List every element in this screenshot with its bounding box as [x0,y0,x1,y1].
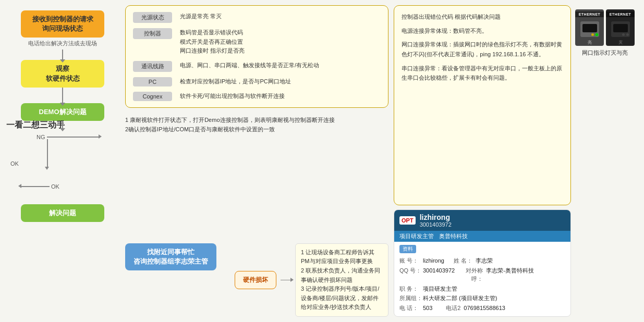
contact-subtitle: 项目研发主管 奥普特科技 [394,231,570,242]
title-value: 项目研发主管 [423,284,457,293]
opt-logo: OPT [399,216,416,225]
external-label: 对外称呼： [455,266,486,283]
contact-card: OPT lizhirong 3001403972 项目研发主管 奥普特科技 资料… [394,209,571,317]
tag-comms: 通讯线路 [133,61,172,72]
contact-name-section: lizhirong 3001403972 [420,213,452,228]
name-label: 姓 名： [444,256,476,265]
contact-row-title: 职 务： 项目研发主管 [399,284,565,293]
consult-line1: 找附近同事帮忙 [147,248,195,256]
hardware-tag: 硬件损坏 [235,271,276,289]
contact-row-qq: QQ 号： 3001403972 对外称呼： 李志荣-奥普特科技 [399,266,565,283]
tag-cognex: Cognex [133,92,172,101]
ctrl-line1: 控制器出现错位代码 根据代码解决问题 [402,12,563,22]
demo-text2: 2确认控制器IP地址/COM口是否与康耐视软件中设置的一致 [125,125,388,134]
resolve-box: 解决问题 [21,204,104,222]
eth-caption: 网口指示灯灭与亮 [582,49,628,57]
external-value: 李志荣-奥普特科技 [486,266,565,283]
account-label: 账 号： [399,256,423,265]
qq-label: QQ 号： [399,266,423,283]
ctrl-line3: 网口连接异常体现：插拔网口时的绿色指示灯不亮，有数据时黄色灯不闪(但不代表正常通… [402,40,563,59]
ethernet-images: ETHERNET 亮 ETHERNET [575,9,635,46]
contact-row-dept: 所属组： 科大研发二部 (项目研发主管) [399,294,565,303]
middle-column: 光源状态 光源是常亮 常灭 控制器 数码管是否显示错误代码 模式开关是否再正确位… [120,5,394,317]
ng-arrow: NG [37,134,99,140]
phone-label: 电 话： [399,304,423,313]
account-value: lizhirong [423,256,444,265]
ng-ok-area: NG OK OK [5,129,120,202]
title-label: 职 务： [399,284,423,293]
left-flowchart: 接收到控制器的请求 询问现场状态 电话给出解决方法或去现场 观察 软硬件状态 一… [5,5,120,317]
box1-line1: 接收到控制器的请求 [32,15,93,23]
tag-lightsource: 光源状态 [133,12,172,23]
phone2-label: 电话2 [432,304,464,313]
ctrl-line2: 电源连接异常体现：数码管不亮。 [402,26,563,36]
box1-line2: 询问现场状态 [42,24,83,32]
contact-row-account: 账 号： lizhirong 姓 名： 李志荣 [399,256,565,265]
contact-username: lizhirong [420,213,452,221]
contact-qq-header: 3001403972 [420,221,452,228]
dept-label: 所属组： [399,294,423,303]
hardware-area: 硬件损坏 1 让现场设备商工程师告诉其PM与对应项目业务同事更换 2 联系技术负… [235,243,388,317]
phone-value: 503 [423,304,432,313]
ethernet-img-bright: ETHERNET 亮 [575,9,604,46]
contact-body: 资料 账 号： lizhirong 姓 名： 李志荣 QQ 号： 3001403… [394,242,570,316]
ethernet-img-dark: ETHERNET 灭 [606,9,635,46]
ctrl-line4: 串口连接异常：看设备管理器中有无对应串口，一般主板上的原生串口会比较稳些，扩展卡… [402,64,563,83]
ethernet-column: ETHERNET 亮 ETHERNET [571,5,639,317]
contact-company: 奥普特科技 [439,232,468,240]
arrow2 [62,88,63,103]
hardware-arrow [281,280,291,281]
v-line [47,139,48,168]
demo-section: 1 康耐视软件打开状态下，打开Demo连接控制器，则表明康耐视与控制器断开连接 … [125,113,388,137]
content-lightsource: 光源是常亮 常灭 [180,12,381,21]
consult-column: 找附近同事帮忙 咨询控制器组李志荣主管 [125,243,216,270]
controller-info-box: 控制器出现错位代码 根据代码解决问题 电源连接异常体现：数码管不亮。 网口连接异… [394,5,571,205]
right-column: 控制器出现错位代码 根据代码解决问题 电源连接异常体现：数码管不亮。 网口连接异… [394,5,571,317]
name-value: 李志荣 [476,256,565,265]
demo-box: DEMO解决问题 [21,103,104,121]
tag-pc: PC [133,77,172,86]
main-container: 接收到控制器的请求 询问现场状态 电话给出解决方法或去现场 观察 软硬件状态 一… [0,0,644,322]
contact-row-phone: 电 话： 503 电话2 0769815588613 [399,304,565,313]
content-cognex: 软件卡死/可能出现控制器与软件断开连接 [180,92,381,101]
contact-title-label: 项目研发主管 [399,232,434,240]
status-inspection-box: 光源状态 光源是常亮 常灭 控制器 数码管是否显示错误代码 模式开关是否再正确位… [125,5,388,108]
resolve-label: 解决问题 [49,209,76,217]
box2-line1: 观察 [56,65,69,72]
opt-logo-text: OPT [402,217,414,224]
ok-arrow2: OK [21,183,59,190]
content-pc: 检查对应控制器IP地址，是否与PC网口地址 [180,77,381,86]
eth-label2: ETHERNET [606,11,635,17]
content-controller: 数码管是否显示错误代码 模式开关是否再正确位置 网口连接时 指示灯是否亮 [180,28,381,56]
consult-box: 找附近同事帮忙 咨询控制器组李志荣主管 [125,243,216,270]
box2-line2: 软硬件状态 [46,75,80,82]
contact-tab: 资料 [399,245,416,253]
tag-controller: 控制器 [133,28,172,39]
demo-label: DEMO解决问题 [39,108,87,116]
eth-label1: ETHERNET [575,11,604,17]
down-arrow-indicator [45,167,49,170]
small-text1: 电话给出解决方法或去现场 [28,40,97,47]
ok-label1: OK [10,160,19,167]
content-comms: 电源、网口、串口两端、触发接线等是否正常/有无松动 [180,61,381,70]
hw-step3: 3 记录控制器序列号/版本/项目/设备商/楼层/问题状况，发邮件给对应业务/抄送… [301,284,383,312]
qq-value: 3001403972 [423,266,455,283]
bottom-area: 找附近同事帮忙 咨询控制器组李志荣主管 硬件损坏 1 让现场设备商工程师告诉其P… [125,243,388,317]
phone2-value: 0769815588613 [464,304,565,313]
arrow1 [62,49,63,60]
hw-step2: 2 联系技术负责人，沟通业务同事确认硬件损坏问题 [301,266,383,284]
observe-box: 观察 软硬件状态 [21,60,104,87]
demo-text1: 1 康耐视软件打开状态下，打开Demo连接控制器，则表明康耐视与控制器断开连接 [125,115,388,125]
consult-line2: 咨询控制器组李志荣主管 [133,257,208,265]
dept-value: 科大研发二部 (项目研发主管) [423,294,497,303]
receive-request-box: 接收到控制器的请求 询问现场状态 [21,10,104,38]
contact-header: OPT lizhirong 3001403972 [394,210,570,231]
hardware-steps: 1 让现场设备商工程师告诉其PM与对应项目业务同事更换 2 联系技术负责人，沟通… [295,243,388,317]
hw-step1: 1 让现场设备商工程师告诉其PM与对应项目业务同事更换 [301,248,383,266]
arrow3 [62,121,63,129]
